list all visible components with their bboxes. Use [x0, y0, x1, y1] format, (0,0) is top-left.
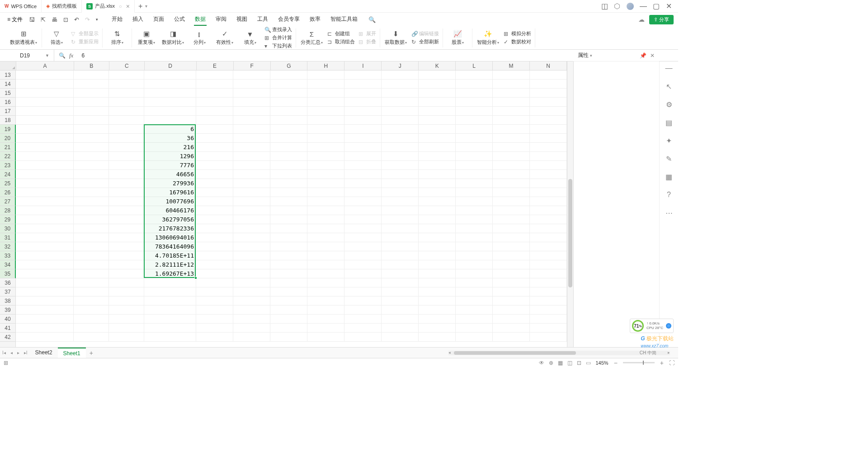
- cell-M27[interactable]: [493, 197, 530, 206]
- close-icon[interactable]: ✕: [665, 3, 672, 9]
- cell-G24[interactable]: [270, 170, 307, 179]
- cell-L37[interactable]: [456, 287, 493, 296]
- cell-J37[interactable]: [382, 287, 419, 296]
- row-header-42[interactable]: 42: [0, 333, 15, 342]
- cell-I34[interactable]: [344, 260, 382, 269]
- cell-L30[interactable]: [456, 224, 493, 233]
- name-box[interactable]: D19 ▼: [0, 50, 54, 61]
- cell-N35[interactable]: [530, 269, 567, 278]
- cell-E17[interactable]: [196, 107, 233, 116]
- cell-H28[interactable]: [307, 206, 344, 215]
- cell-C28[interactable]: [109, 206, 144, 215]
- row-header-27[interactable]: 27: [0, 197, 16, 206]
- cell-L14[interactable]: [456, 80, 493, 89]
- menu-tab-数据[interactable]: 数据: [194, 14, 207, 26]
- cell-N37[interactable]: [530, 287, 567, 296]
- doc-tab-product[interactable]: S 产品.xlsx ○ ×: [82, 0, 135, 13]
- cell-C17[interactable]: [109, 107, 144, 116]
- cell-M40[interactable]: [493, 315, 530, 324]
- cell-G38[interactable]: [270, 296, 307, 306]
- cell-I36[interactable]: [344, 278, 382, 287]
- cell-M34[interactable]: [493, 260, 530, 269]
- cell-J15[interactable]: [382, 89, 419, 98]
- cell-F39[interactable]: [233, 306, 270, 315]
- cell-B37[interactable]: [74, 287, 109, 296]
- cell-N33[interactable]: [530, 251, 567, 260]
- cell-L17[interactable]: [456, 107, 493, 116]
- cell-K34[interactable]: [419, 260, 456, 269]
- cell-K39[interactable]: [419, 306, 456, 315]
- cell-D17[interactable]: [144, 107, 196, 116]
- sheet-next-icon[interactable]: ▸: [15, 350, 22, 355]
- cell-H27[interactable]: [307, 197, 344, 206]
- cube-icon[interactable]: ⬡: [614, 3, 620, 9]
- menu-tab-开始[interactable]: 开始: [111, 14, 123, 26]
- cell-I37[interactable]: [344, 287, 382, 296]
- cell-C15[interactable]: [109, 89, 144, 98]
- cell-F15[interactable]: [233, 89, 270, 98]
- cell-H17[interactable]: [307, 107, 344, 116]
- cell-K23[interactable]: [419, 161, 456, 170]
- cell-A13[interactable]: [16, 70, 74, 80]
- cell-B16[interactable]: [74, 98, 109, 107]
- ribbon-smart[interactable]: ✨智能分析▾: [476, 30, 500, 46]
- doc-tab-template[interactable]: ◈ 找稻壳模板: [42, 0, 82, 13]
- cell-H14[interactable]: [307, 80, 344, 89]
- cell-J30[interactable]: [382, 224, 419, 233]
- row-header-33[interactable]: 33: [0, 251, 16, 260]
- cell-H22[interactable]: [307, 152, 344, 161]
- cell-E36[interactable]: [196, 278, 233, 287]
- cell-B31[interactable]: [74, 233, 109, 242]
- cell-M25[interactable]: [493, 179, 530, 188]
- cell-G28[interactable]: [270, 206, 307, 215]
- cell-M37[interactable]: [493, 287, 530, 296]
- cell-C23[interactable]: [109, 161, 144, 170]
- cell-H23[interactable]: [307, 161, 344, 170]
- view-page-icon[interactable]: ◫: [567, 360, 572, 366]
- cell-C13[interactable]: [109, 70, 144, 80]
- cell-B24[interactable]: [74, 170, 109, 179]
- row-header-40[interactable]: 40: [0, 315, 15, 324]
- cell-G15[interactable]: [270, 89, 307, 98]
- cell-H33[interactable]: [307, 251, 344, 260]
- cell-N15[interactable]: [530, 89, 567, 98]
- cell-C16[interactable]: [109, 98, 144, 107]
- cell-K30[interactable]: [419, 224, 456, 233]
- cell-D21[interactable]: 216: [144, 143, 196, 152]
- cell-M16[interactable]: [493, 98, 530, 107]
- zoom-out-button[interactable]: −: [613, 359, 618, 367]
- cell-M19[interactable]: [493, 125, 530, 134]
- cell-M30[interactable]: [493, 224, 530, 233]
- cell-I38[interactable]: [344, 296, 382, 306]
- row-header-21[interactable]: 21: [0, 143, 16, 152]
- cell-H34[interactable]: [307, 260, 344, 269]
- cell-L42[interactable]: [456, 333, 493, 342]
- cell-N26[interactable]: [530, 188, 567, 197]
- col-header-D[interactable]: D: [145, 61, 197, 70]
- cell-N29[interactable]: [530, 215, 567, 224]
- cell-C25[interactable]: [109, 179, 144, 188]
- cell-N36[interactable]: [530, 278, 567, 287]
- cell-M41[interactable]: [493, 324, 530, 333]
- cell-E42[interactable]: [196, 333, 233, 342]
- cell-L21[interactable]: [456, 143, 493, 152]
- cell-C24[interactable]: [109, 170, 144, 179]
- cell-G39[interactable]: [270, 306, 307, 315]
- cell-J40[interactable]: [382, 315, 419, 324]
- cell-C37[interactable]: [109, 287, 144, 296]
- cell-A39[interactable]: [16, 306, 74, 315]
- cell-E29[interactable]: [196, 215, 233, 224]
- cell-L27[interactable]: [456, 197, 493, 206]
- save-icon[interactable]: 🖫: [27, 15, 37, 24]
- menu-tab-效率[interactable]: 效率: [309, 14, 321, 26]
- menu-tab-公式[interactable]: 公式: [173, 14, 186, 26]
- cell-F18[interactable]: [233, 116, 270, 125]
- cell-J41[interactable]: [382, 324, 419, 333]
- cell-E38[interactable]: [196, 296, 233, 306]
- cell-A21[interactable]: [16, 143, 74, 152]
- zoom-in-button[interactable]: +: [659, 359, 665, 367]
- cell-A24[interactable]: [16, 170, 74, 179]
- row-header-24[interactable]: 24: [0, 170, 16, 179]
- redo-icon[interactable]: ↷: [83, 15, 92, 24]
- cell-D40[interactable]: [144, 315, 196, 324]
